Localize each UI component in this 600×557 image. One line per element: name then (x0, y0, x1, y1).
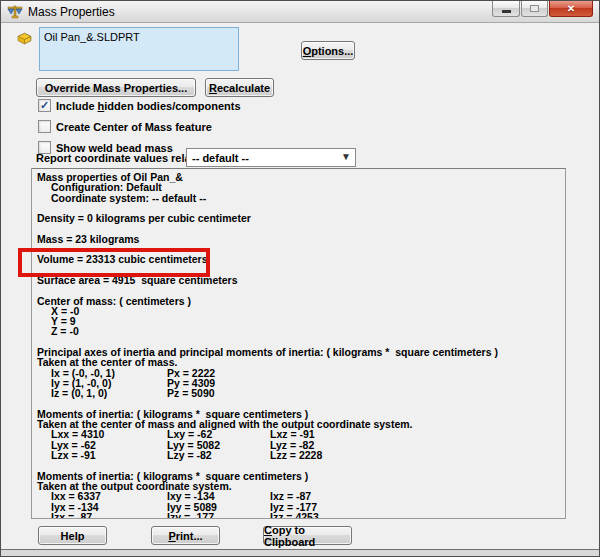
help-button[interactable]: Help (38, 526, 107, 545)
report-line: Density = 0 kilograms per cubic centimet… (32, 213, 565, 223)
close-icon: ✕ (567, 3, 575, 14)
report-line: Mass = 23 kilograms (32, 234, 565, 244)
title-bar: Mass Properties ✕ (1, 1, 599, 23)
recalculate-button[interactable]: Recalculate (205, 78, 274, 97)
report-line: Coordinate system: -- default -- (32, 193, 565, 203)
maximize-icon (530, 5, 539, 12)
report-line: Ixx = 6337Ixy = -134Ixz = -87 (32, 491, 565, 501)
checkbox-box[interactable]: ✓ (38, 99, 51, 112)
report-body: Mass properties of Oil Pan_&Configuratio… (32, 172, 565, 519)
checkbox-create-center-of-mass[interactable]: Create Center of Mass feature (38, 120, 212, 133)
report-line: Lzx = -91Lzy = -82Lzz = 2228 (32, 450, 565, 460)
balance-scale-icon (7, 4, 23, 20)
report-line: Volume = 23313 cubic centimeters (32, 254, 565, 264)
chevron-down-icon: ▼ (341, 151, 351, 162)
report-line: Center of mass: ( centimeters ) (32, 296, 565, 306)
checkbox-label: Include hidden bodies/components (56, 100, 241, 112)
override-label: Override Mass Properties... (45, 82, 187, 94)
minimize-button[interactable] (492, 1, 520, 17)
report-line: Iy = (1, -0, 0)Py = 4309 (32, 378, 565, 388)
part-icon (16, 30, 33, 47)
close-button[interactable]: ✕ (549, 1, 593, 17)
maximize-button[interactable] (521, 1, 548, 17)
report-line: Izx = -87Izy = -177Izz = 4253 (32, 512, 565, 519)
print-button[interactable]: Print... (151, 526, 220, 545)
minimize-icon (502, 10, 511, 13)
list-item[interactable]: Oil Pan_&.SLDPRT (40, 28, 238, 46)
report-line: Z = -0 (32, 326, 565, 336)
window-title: Mass Properties (28, 5, 115, 19)
report-line: Y = 9 (32, 316, 565, 326)
mass-properties-report: Mass properties of Oil Pan_&Configuratio… (31, 168, 566, 519)
report-line: X = -0 (32, 306, 565, 316)
mass-properties-dialog: Mass Properties ✕ Oil Pan_&.SLDPRT Optio… (0, 0, 600, 557)
checkbox-box[interactable] (38, 120, 51, 133)
coordinate-system-dropdown[interactable]: -- default -- ▼ (186, 148, 356, 167)
document-list[interactable]: Oil Pan_&.SLDPRT (39, 27, 239, 71)
report-line: Iz = (0, 1, 0)Pz = 5090 (32, 388, 565, 398)
options-button[interactable]: Options... (301, 41, 355, 60)
dropdown-selected-value: -- default -- (192, 152, 249, 164)
report-line: Surface area = 4915 square centimeters (32, 275, 565, 285)
override-mass-properties-button[interactable]: Override Mass Properties... (36, 78, 196, 97)
window-frame-bottom (1, 549, 599, 556)
copy-to-clipboard-button[interactable]: Copy to Clipboard (263, 526, 352, 545)
help-label: Help (61, 530, 85, 542)
report-line: Ix = (-0, -0, 1)Px = 2222 (32, 368, 565, 378)
checkbox-include-hidden-bodies[interactable]: ✓ Include hidden bodies/components (38, 99, 241, 112)
checkbox-label: Create Center of Mass feature (56, 121, 212, 133)
